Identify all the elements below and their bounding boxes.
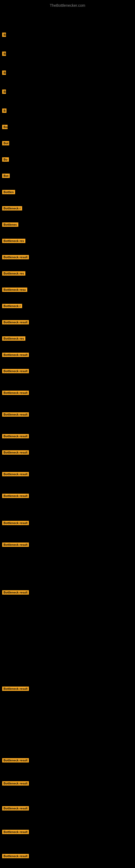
bottleneck-label: Bottleneck result: [2, 320, 29, 324]
bottleneck-label: Bottleneck result: [2, 590, 29, 595]
bottleneck-label-row: Bottleneck result: [2, 854, 29, 859]
bottleneck-label: Bottleneck result: [2, 686, 29, 691]
bottleneck-label-row: Bottleneck result: [2, 90, 6, 95]
bottleneck-label: Bottleneck result: [2, 434, 29, 438]
bottleneck-label-row: Bottleneck result: [2, 52, 6, 57]
bottleneck-label: Bottleneck result: [2, 369, 29, 373]
bottleneck-label: Bottleneck result: [2, 542, 29, 547]
bottleneck-label-row: Bottleneck result: [2, 521, 29, 526]
bottleneck-label-row: Bo: [2, 157, 9, 163]
bottleneck-label: Bot: [2, 174, 10, 178]
bottleneck-label: Bottleneck result: [2, 352, 29, 357]
bottleneck-label-row: Bot: [2, 141, 9, 147]
bottleneck-label-row: B: [2, 108, 6, 114]
bottleneck-label: Bottleneck res: [2, 336, 26, 341]
bottleneck-label-row: Bottleneck result: [2, 686, 29, 692]
bottleneck-label-row: Bottleneck result: [2, 494, 29, 499]
bottleneck-label-row: Bottleneck result: [2, 781, 29, 786]
bottleneck-label-row: Bottleneck result: [2, 320, 29, 326]
bottleneck-label: Bot: [2, 141, 9, 145]
bottleneck-label: Bottleneck resu: [2, 287, 27, 292]
bottleneck-label: Bottlenec: [2, 222, 18, 227]
site-title: TheBottlenecker.com: [0, 1, 135, 10]
bottleneck-label-row: Bottleneck result: [2, 369, 29, 374]
bottleneck-label: Bottleneck result: [2, 781, 29, 785]
bottleneck-label-row: Bottleneck result: [2, 352, 29, 358]
bottleneck-label-row: Bottleneck result: [2, 70, 6, 76]
bottleneck-label: Bottleneck result: [2, 758, 29, 763]
bottleneck-label-row: Bottleneck result: [2, 830, 29, 835]
bottleneck-label: Bo: [2, 157, 9, 162]
bottleneck-label: Bottleneck r: [2, 206, 22, 211]
bottleneck-label: Bottleneck result: [2, 33, 6, 37]
bottleneck-label: Bottleneck result: [2, 70, 6, 75]
bottleneck-label: Bo: [2, 125, 8, 129]
bottleneck-label: B: [2, 108, 6, 113]
bottleneck-label-row: Bottleneck result: [2, 434, 29, 439]
bottleneck-label-row: Bottleneck result: [2, 806, 29, 812]
bottleneck-label-row: Bottlenec: [2, 222, 18, 228]
bottleneck-label-row: Bottleneck result: [2, 590, 29, 596]
bottleneck-label: Bottleneck result: [2, 450, 29, 455]
bottleneck-label: Bottlen: [2, 190, 15, 194]
bottleneck-label-row: Bottleneck res: [2, 239, 26, 244]
bottleneck-label-row: Bottleneck res: [2, 271, 26, 277]
bottleneck-label-row: Bottleneck res: [2, 336, 26, 342]
bottleneck-label-row: Bo: [2, 125, 8, 130]
bottleneck-label: Bottleneck result: [2, 806, 29, 810]
bottleneck-label: Bottleneck result: [2, 830, 29, 834]
bottleneck-label: Bottleneck result: [2, 494, 29, 498]
bottleneck-label: Bottleneck result: [2, 412, 29, 416]
bottleneck-label-row: Bottleneck result: [2, 255, 29, 260]
bottleneck-label-row: Bottleneck result: [2, 33, 6, 38]
bottleneck-label-row: Bottleneck resu: [2, 287, 27, 293]
bottleneck-label-row: Bottleneck r: [2, 206, 22, 212]
bottleneck-label-row: Bot: [2, 174, 10, 179]
bottleneck-label-row: Bottleneck result: [2, 412, 29, 418]
bottleneck-label-row: Bottleneck result: [2, 758, 29, 764]
bottleneck-label: Bottleneck result: [2, 391, 29, 395]
bottleneck-label: Bottleneck res: [2, 239, 26, 243]
bottleneck-label-row: Bottleneck r: [2, 304, 22, 309]
bottleneck-label: Bottleneck result: [2, 854, 29, 858]
bottleneck-label: Bottleneck result: [2, 90, 6, 94]
bottleneck-label: Bottleneck res: [2, 271, 26, 276]
bottleneck-label-row: Bottleneck result: [2, 391, 29, 396]
bottleneck-label: Bottleneck result: [2, 521, 29, 525]
bottleneck-label: Bottleneck result: [2, 472, 29, 476]
bottleneck-label-row: Bottleneck result: [2, 450, 29, 456]
bottleneck-label-row: Bottleneck result: [2, 542, 29, 548]
bottleneck-label-row: Bottlen: [2, 190, 15, 195]
bottleneck-label: Bottleneck r: [2, 304, 22, 308]
bottleneck-label: Bottleneck result: [2, 52, 6, 56]
bottleneck-label: Bottleneck result: [2, 255, 29, 259]
bottleneck-label-row: Bottleneck result: [2, 472, 29, 477]
